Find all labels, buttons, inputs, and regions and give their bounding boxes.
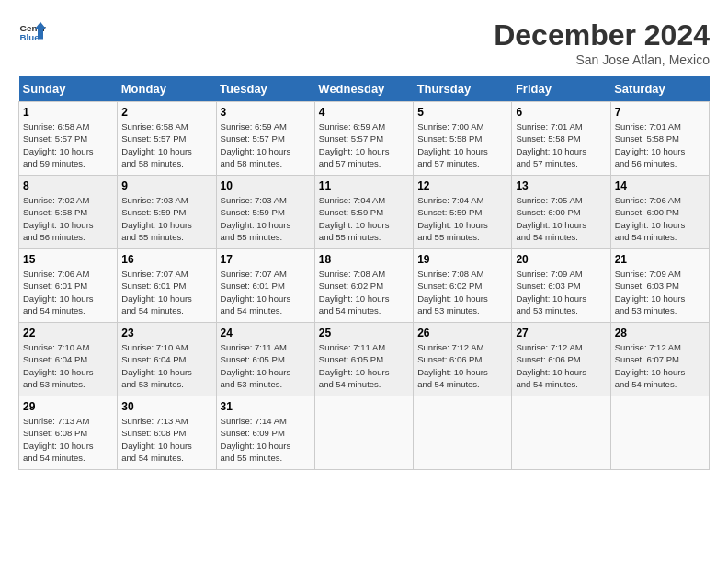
table-row <box>610 396 709 470</box>
header-cell-sunday: Sunday <box>19 76 118 102</box>
day-info: Sunrise: 7:08 AMSunset: 6:02 PMDaylight:… <box>319 268 409 316</box>
calendar-week-2: 8Sunrise: 7:02 AMSunset: 5:58 PMDaylight… <box>19 176 710 249</box>
day-number: 13 <box>516 179 606 192</box>
day-info: Sunrise: 7:07 AMSunset: 6:01 PMDaylight:… <box>221 268 311 316</box>
table-row: 6Sunrise: 7:01 AMSunset: 5:58 PMDaylight… <box>512 102 610 176</box>
day-info: Sunrise: 6:59 AMSunset: 5:57 PMDaylight:… <box>319 121 409 169</box>
header-cell-thursday: Thursday <box>414 76 512 102</box>
day-info: Sunrise: 7:07 AMSunset: 6:01 PMDaylight:… <box>121 268 211 316</box>
day-info: Sunrise: 7:09 AMSunset: 6:03 PMDaylight:… <box>615 268 705 316</box>
table-row: 3Sunrise: 6:59 AMSunset: 5:57 PMDaylight… <box>216 102 314 176</box>
table-row: 26Sunrise: 7:12 AMSunset: 6:06 PMDayligh… <box>414 323 512 396</box>
day-info: Sunrise: 7:12 AMSunset: 6:07 PMDaylight:… <box>615 341 705 390</box>
table-row: 13Sunrise: 7:05 AMSunset: 6:00 PMDayligh… <box>512 176 610 249</box>
day-number: 30 <box>121 400 211 413</box>
table-row: 10Sunrise: 7:03 AMSunset: 5:59 PMDayligh… <box>216 176 314 249</box>
page-header: General Blue December 2024 San Jose Atla… <box>18 18 710 67</box>
day-number: 29 <box>23 400 113 413</box>
day-number: 7 <box>615 106 705 119</box>
table-row: 25Sunrise: 7:11 AMSunset: 6:05 PMDayligh… <box>314 323 413 396</box>
calendar-body: 1Sunrise: 6:58 AMSunset: 5:57 PMDaylight… <box>19 102 710 470</box>
month-title: December 2024 <box>494 18 710 52</box>
table-row: 23Sunrise: 7:10 AMSunset: 6:04 PMDayligh… <box>118 323 216 396</box>
logo-icon: General Blue <box>18 18 46 46</box>
day-number: 11 <box>319 179 409 192</box>
header-cell-wednesday: Wednesday <box>314 76 413 102</box>
day-number: 10 <box>221 179 311 192</box>
day-number: 28 <box>615 327 705 339</box>
logo: General Blue <box>18 18 46 46</box>
day-info: Sunrise: 7:13 AMSunset: 6:08 PMDaylight:… <box>23 415 113 464</box>
day-number: 12 <box>417 179 507 192</box>
calendar-header-row: SundayMondayTuesdayWednesdayThursdayFrid… <box>19 76 710 102</box>
calendar-week-5: 29Sunrise: 7:13 AMSunset: 6:08 PMDayligh… <box>19 396 710 470</box>
day-number: 6 <box>516 106 606 119</box>
table-row <box>512 396 610 470</box>
table-row <box>414 396 512 470</box>
day-info: Sunrise: 7:00 AMSunset: 5:58 PMDaylight:… <box>417 121 507 169</box>
day-number: 17 <box>221 253 311 266</box>
day-number: 26 <box>417 327 507 339</box>
table-row: 8Sunrise: 7:02 AMSunset: 5:58 PMDaylight… <box>19 176 118 249</box>
table-row: 24Sunrise: 7:11 AMSunset: 6:05 PMDayligh… <box>216 323 314 396</box>
day-number: 5 <box>417 106 507 119</box>
table-row: 31Sunrise: 7:14 AMSunset: 6:09 PMDayligh… <box>216 396 314 470</box>
day-number: 27 <box>516 327 606 339</box>
day-info: Sunrise: 7:01 AMSunset: 5:58 PMDaylight:… <box>516 121 606 169</box>
day-info: Sunrise: 7:02 AMSunset: 5:58 PMDaylight:… <box>23 194 113 243</box>
calendar-week-3: 15Sunrise: 7:06 AMSunset: 6:01 PMDayligh… <box>19 249 710 323</box>
day-info: Sunrise: 7:03 AMSunset: 5:59 PMDaylight:… <box>221 194 311 243</box>
header-cell-saturday: Saturday <box>610 76 709 102</box>
table-row <box>314 396 413 470</box>
day-info: Sunrise: 6:58 AMSunset: 5:57 PMDaylight:… <box>121 121 211 169</box>
day-number: 20 <box>516 253 606 266</box>
day-number: 31 <box>221 400 311 413</box>
title-block: December 2024 San Jose Atlan, Mexico <box>494 18 710 67</box>
day-info: Sunrise: 7:01 AMSunset: 5:58 PMDaylight:… <box>615 121 705 169</box>
day-info: Sunrise: 7:08 AMSunset: 6:02 PMDaylight:… <box>417 268 507 316</box>
header-cell-friday: Friday <box>512 76 610 102</box>
table-row: 9Sunrise: 7:03 AMSunset: 5:59 PMDaylight… <box>118 176 216 249</box>
day-info: Sunrise: 7:06 AMSunset: 6:00 PMDaylight:… <box>615 194 705 243</box>
table-row: 16Sunrise: 7:07 AMSunset: 6:01 PMDayligh… <box>118 249 216 323</box>
day-number: 18 <box>319 253 409 266</box>
table-row: 29Sunrise: 7:13 AMSunset: 6:08 PMDayligh… <box>19 396 118 470</box>
day-info: Sunrise: 7:06 AMSunset: 6:01 PMDaylight:… <box>23 268 113 316</box>
calendar-week-4: 22Sunrise: 7:10 AMSunset: 6:04 PMDayligh… <box>19 323 710 396</box>
table-row: 27Sunrise: 7:12 AMSunset: 6:06 PMDayligh… <box>512 323 610 396</box>
day-number: 24 <box>221 327 311 339</box>
day-number: 4 <box>319 106 409 119</box>
svg-text:Blue: Blue <box>20 32 40 42</box>
table-row: 18Sunrise: 7:08 AMSunset: 6:02 PMDayligh… <box>314 249 413 323</box>
table-row: 5Sunrise: 7:00 AMSunset: 5:58 PMDaylight… <box>414 102 512 176</box>
day-number: 9 <box>121 179 211 192</box>
day-number: 1 <box>23 106 113 119</box>
day-number: 16 <box>121 253 211 266</box>
day-info: Sunrise: 7:11 AMSunset: 6:05 PMDaylight:… <box>319 341 409 390</box>
table-row: 20Sunrise: 7:09 AMSunset: 6:03 PMDayligh… <box>512 249 610 323</box>
day-number: 25 <box>319 327 409 339</box>
day-number: 3 <box>221 106 311 119</box>
header-cell-monday: Monday <box>118 76 216 102</box>
day-number: 14 <box>615 179 705 192</box>
table-row: 15Sunrise: 7:06 AMSunset: 6:01 PMDayligh… <box>19 249 118 323</box>
day-number: 21 <box>615 253 705 266</box>
day-info: Sunrise: 7:03 AMSunset: 5:59 PMDaylight:… <box>121 194 211 243</box>
table-row: 4Sunrise: 6:59 AMSunset: 5:57 PMDaylight… <box>314 102 413 176</box>
day-info: Sunrise: 7:13 AMSunset: 6:08 PMDaylight:… <box>121 415 211 464</box>
day-number: 8 <box>23 179 113 192</box>
location: San Jose Atlan, Mexico <box>494 52 710 67</box>
day-info: Sunrise: 7:12 AMSunset: 6:06 PMDaylight:… <box>417 341 507 390</box>
day-info: Sunrise: 6:58 AMSunset: 5:57 PMDaylight:… <box>23 121 113 169</box>
day-info: Sunrise: 7:10 AMSunset: 6:04 PMDaylight:… <box>121 341 211 390</box>
day-info: Sunrise: 7:09 AMSunset: 6:03 PMDaylight:… <box>516 268 606 316</box>
table-row: 19Sunrise: 7:08 AMSunset: 6:02 PMDayligh… <box>414 249 512 323</box>
day-number: 23 <box>121 327 211 339</box>
day-number: 19 <box>417 253 507 266</box>
day-number: 15 <box>23 253 113 266</box>
day-info: Sunrise: 7:12 AMSunset: 6:06 PMDaylight:… <box>516 341 606 390</box>
day-info: Sunrise: 7:14 AMSunset: 6:09 PMDaylight:… <box>221 415 311 464</box>
day-info: Sunrise: 7:10 AMSunset: 6:04 PMDaylight:… <box>23 341 113 390</box>
table-row: 21Sunrise: 7:09 AMSunset: 6:03 PMDayligh… <box>610 249 709 323</box>
header-cell-tuesday: Tuesday <box>216 76 314 102</box>
